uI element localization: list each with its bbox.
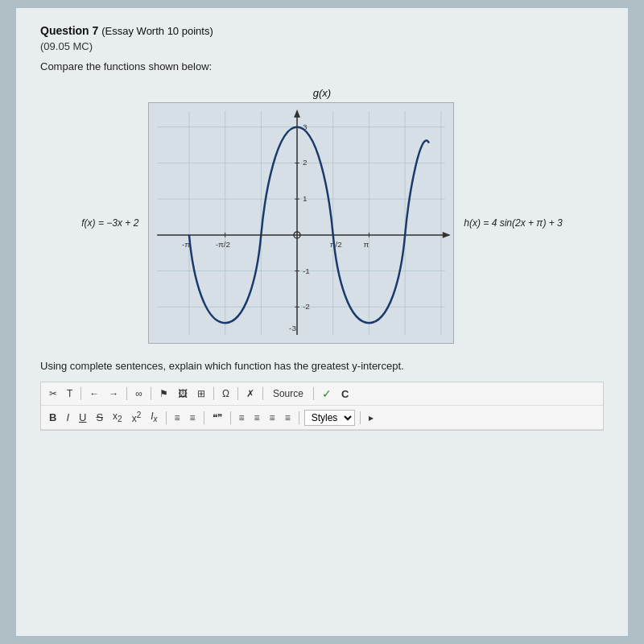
separator-3 — [151, 387, 151, 400]
editor-toolbar: ✂ T ← → ∞ ⚑ 🖼 ⊞ Ω ✗ Source ✓ C B I U S — [40, 382, 604, 431]
question-sub: (09.05 MC) — [40, 40, 604, 52]
align-right-button[interactable]: ≡ — [266, 411, 279, 425]
check-button[interactable]: ✓ — [319, 386, 335, 402]
toolbar-row-1: ✂ T ← → ∞ ⚑ 🖼 ⊞ Ω ✗ Source ✓ C — [41, 382, 603, 406]
separator-5 — [237, 387, 238, 400]
h-function-label: h(x) = 4 sin(2x + π) + 3 — [464, 217, 562, 229]
f-function-label: f(x) = −3x + 2 — [81, 217, 138, 229]
svg-text:-2: -2 — [303, 302, 310, 311]
svg-text:π: π — [364, 240, 369, 249]
bullet-list-button[interactable]: ≡ — [171, 411, 184, 425]
align-center-button[interactable]: ≡ — [251, 411, 263, 425]
separator-2 — [126, 387, 127, 400]
graph-svg: 3 2 1 -1 -2 -3 -π -π/2 π/2 π — [149, 103, 453, 343]
source-button[interactable]: Source — [268, 386, 308, 401]
underline-button[interactable]: U — [76, 410, 89, 425]
svg-text:1: 1 — [303, 194, 308, 203]
times-button[interactable]: ✗ — [243, 386, 258, 401]
special-char-button[interactable]: ∞ — [132, 386, 146, 401]
italic-button[interactable]: I — [63, 410, 72, 425]
separator-6 — [262, 387, 263, 400]
answer-prompt: Using complete sentences, explain which … — [40, 360, 604, 372]
styles-dropdown[interactable]: Styles — [304, 410, 355, 426]
svg-text:π/2: π/2 — [330, 240, 343, 249]
separator-10 — [230, 411, 231, 424]
question-title: Question 7 (Essay Worth 10 points) — [40, 24, 604, 37]
svg-text:-π/2: -π/2 — [216, 240, 231, 249]
align-justify-button[interactable]: ≡ — [282, 411, 294, 425]
align-left-button[interactable]: ≡ — [236, 411, 248, 425]
question-points: (Essay Worth 10 points) — [101, 25, 213, 37]
separator-12 — [360, 411, 361, 424]
toolbar-row-2: B I U S x2 x2 Ix ≡ ≡ ❝❞ ≡ ≡ ≡ ≡ Styles ▸ — [41, 406, 603, 430]
svg-marker-15 — [294, 109, 300, 118]
separator-11 — [299, 411, 299, 424]
strikethrough-button[interactable]: S — [93, 410, 106, 425]
bold-button[interactable]: B — [46, 410, 60, 425]
svg-text:2: 2 — [303, 158, 308, 167]
cut-button[interactable]: ✂ — [46, 386, 60, 401]
question-prompt: Compare the functions shown below: — [40, 60, 604, 72]
separator-8 — [166, 411, 167, 424]
quote-button[interactable]: ❝❞ — [209, 411, 225, 425]
graph-y-label: g(x) — [313, 87, 331, 99]
question-title-text: Question 7 — [40, 24, 98, 37]
svg-text:-3: -3 — [289, 324, 296, 332]
svg-marker-17 — [443, 232, 451, 238]
clear-format-button[interactable]: Ix — [147, 409, 160, 425]
redo-button[interactable]: → — [105, 386, 122, 401]
separator-7 — [313, 387, 314, 400]
format-button[interactable]: T — [64, 386, 76, 401]
number-list-button[interactable]: ≡ — [187, 411, 199, 425]
graph-area: g(x) f(x) = −3x + 2 — [40, 87, 604, 344]
separator-4 — [213, 387, 214, 400]
page: Question 7 (Essay Worth 10 points) (09.0… — [16, 8, 628, 636]
graph-box: 3 2 1 -1 -2 -3 -π -π/2 π/2 π — [148, 102, 454, 344]
table-button[interactable]: ⊞ — [194, 386, 208, 401]
more-button[interactable]: ▸ — [365, 411, 377, 425]
flag-button[interactable]: ⚑ — [156, 386, 171, 401]
separator-9 — [204, 411, 204, 424]
image-button[interactable]: 🖼 — [175, 386, 191, 401]
superscript-button[interactable]: x2 — [129, 409, 145, 426]
undo-button[interactable]: ← — [86, 386, 102, 401]
clear-button[interactable]: C — [338, 386, 352, 402]
separator-1 — [80, 387, 81, 400]
graph-container: f(x) = −3x + 2 — [81, 102, 562, 344]
svg-text:-1: -1 — [303, 266, 310, 275]
omega-button[interactable]: Ω — [219, 386, 233, 401]
subscript-button[interactable]: x2 — [109, 409, 126, 425]
